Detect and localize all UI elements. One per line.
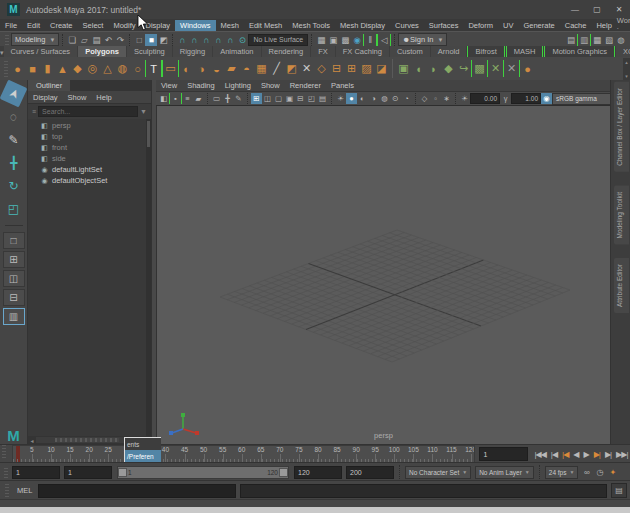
sidebar-tab-channel-box-layer-editor[interactable]: Channel Box / Layer Editor <box>614 82 629 172</box>
move-tool[interactable]: ╋ <box>3 152 24 173</box>
ipr-render-icon[interactable]: ▣ <box>327 34 339 46</box>
snap-view-plane-icon[interactable]: ∩ <box>224 34 236 46</box>
menu-mesh-tools[interactable]: Mesh Tools <box>287 20 335 31</box>
step-back-key-button[interactable]: |◀ <box>560 450 571 459</box>
popup-menu-item[interactable]: ents <box>125 438 161 450</box>
disable-tools-icon[interactable]: ✕ <box>503 60 520 77</box>
scroll-down-icon[interactable]: ▾ <box>625 73 628 79</box>
four-pane-layout[interactable]: ⊞ <box>3 251 25 268</box>
reduce-icon[interactable]: ⊟ <box>329 60 344 77</box>
menu-edit[interactable]: Edit <box>22 20 45 31</box>
platonic-solid-icon[interactable]: ◇ <box>314 60 329 77</box>
channel-box-toggle-icon[interactable]: ▦ <box>591 34 603 46</box>
outliner-tab[interactable]: Outliner <box>28 80 70 91</box>
menu-modify[interactable]: Modify <box>108 20 140 31</box>
scale-tool[interactable]: ◰ <box>3 198 24 219</box>
shelf-tab-curves-surfaces[interactable]: Curves / Surfaces <box>4 46 78 57</box>
redo-icon[interactable]: ↷ <box>114 34 126 46</box>
snap-grid-icon[interactable]: ∩ <box>176 34 188 46</box>
scrollbar-thumb[interactable] <box>55 438 119 442</box>
playback-start-field[interactable]: 1 <box>64 466 112 479</box>
field-chart-icon[interactable]: ⊙ <box>390 93 401 104</box>
motion-blur-icon[interactable]: ▤ <box>317 93 328 104</box>
anim-prefs-clock-icon[interactable]: ◷ <box>593 466 606 478</box>
exposure-field[interactable]: 0.00 <box>470 93 500 104</box>
snap-point-icon[interactable]: ∩ <box>200 34 212 46</box>
menu-surfaces[interactable]: Surfaces <box>424 20 464 31</box>
fps-menu[interactable]: 24 fps▼ <box>545 466 579 479</box>
boolean-union-icon[interactable]: ◒ <box>209 60 224 77</box>
symmetry-icon[interactable]: ▩ <box>471 60 488 77</box>
auto-key-icon[interactable]: ✦ <box>606 466 619 478</box>
lighting-icon[interactable]: ☀ <box>335 93 346 104</box>
attribute-editor-toggle-icon[interactable]: ▤ <box>565 34 577 46</box>
render-view-icon[interactable]: ▦ <box>315 34 327 46</box>
viewport-menu-renderer[interactable]: Renderer <box>285 81 326 90</box>
anim-layer-menu[interactable]: No Anim Layer▼ <box>475 466 534 479</box>
type-tool-icon[interactable]: T <box>145 60 162 77</box>
mode-selector-dropdown[interactable]: Modeling▼ <box>11 33 59 46</box>
shelf-tab-rendering[interactable]: Rendering <box>262 46 311 57</box>
shelf-tab-fx[interactable]: FX <box>311 46 335 57</box>
menu-edit-mesh[interactable]: Edit Mesh <box>244 20 287 31</box>
color-management-icon[interactable]: ◉ <box>541 93 552 104</box>
two-d-pan-zoom-icon[interactable]: ╋ <box>222 93 233 104</box>
new-scene-icon[interactable]: ❏ <box>66 34 78 46</box>
step-back-frame-button[interactable]: |◀ <box>548 450 559 459</box>
outliner-item-side[interactable]: ◧side <box>28 153 151 164</box>
menu-uv[interactable]: UV <box>498 20 518 31</box>
select-hierarchy-icon[interactable]: □ <box>133 34 145 46</box>
sculpt-icon[interactable]: ◗ <box>426 60 441 77</box>
poly-cylinder-icon[interactable]: ▮ <box>40 60 55 77</box>
select-camera-icon[interactable]: ◧ <box>158 93 169 104</box>
shelf-tab-motion-graphics[interactable]: Motion Graphics <box>544 46 615 57</box>
select-object-icon[interactable]: ■ <box>145 34 157 46</box>
menu-file[interactable]: File <box>0 20 22 31</box>
viewport-menu-view[interactable]: View <box>156 81 182 90</box>
outliner-item-persp[interactable]: ◧persp <box>28 120 151 131</box>
edit-pivot-icon[interactable]: ⊞ <box>344 60 359 77</box>
exposure-icon[interactable]: ☀ <box>459 93 470 104</box>
popup-menu-item[interactable]: /Preferen <box>125 450 161 462</box>
go-to-end-button[interactable]: ▶▶| <box>614 450 630 459</box>
play-backwards-button[interactable]: ◀ <box>571 450 581 459</box>
tool-settings-toggle-icon[interactable]: ▥ <box>577 34 591 46</box>
separate-icon[interactable]: ◑ <box>194 60 209 77</box>
target-weld-icon[interactable]: ✕ <box>488 60 503 77</box>
subdivide-icon[interactable]: ◖ <box>411 60 426 77</box>
poly-cube-icon[interactable]: ■ <box>25 60 40 77</box>
quad-draw-icon[interactable]: ◩ <box>284 60 299 77</box>
two-pane-stacked-layout[interactable]: ⊟ <box>3 289 25 306</box>
crease-icon[interactable]: ◆ <box>441 60 456 77</box>
command-input[interactable] <box>38 484 236 498</box>
isolate-icon[interactable]: ◍ <box>379 93 390 104</box>
workspace-settings-icon[interactable]: ◍ <box>615 34 627 46</box>
textured-icon[interactable]: ▢ <box>273 93 284 104</box>
current-frame-field[interactable]: 1 <box>479 447 528 461</box>
viewport-menu-panels[interactable]: Panels <box>326 81 359 90</box>
save-scene-icon[interactable]: ▤ <box>90 34 102 46</box>
drag-handle[interactable] <box>4 60 8 76</box>
open-scene-icon[interactable]: ▱ <box>78 34 90 46</box>
step-forward-frame-button[interactable]: ▶| <box>602 450 613 459</box>
undo-icon[interactable]: ↶ <box>102 34 114 46</box>
duplicate-face-icon[interactable]: ◓ <box>239 60 254 77</box>
grease-pencil-icon[interactable]: ✎ <box>233 93 244 104</box>
resolution-gate-icon[interactable]: ◔ <box>401 93 412 104</box>
shelf-tab-sculpting[interactable]: Sculpting <box>127 46 172 57</box>
gamma-icon[interactable]: γ <box>500 93 511 104</box>
knife-icon[interactable]: ╱ <box>269 60 284 77</box>
search-input[interactable] <box>38 106 138 117</box>
poly-torus-icon[interactable]: ◎ <box>85 60 100 77</box>
step-forward-key-button[interactable]: ▶| <box>591 450 602 459</box>
use-all-lights-icon[interactable]: ▣ <box>284 93 295 104</box>
menu-mesh[interactable]: Mesh <box>216 20 244 31</box>
shelf-tab-xgen[interactable]: XGen <box>616 46 630 57</box>
shadows-icon[interactable]: ⊟ <box>295 93 306 104</box>
select-tool[interactable]: ➤ <box>0 80 27 108</box>
scroll-up-icon[interactable]: ▴ <box>625 59 628 65</box>
menu-deform[interactable]: Deform <box>463 20 498 31</box>
shelf-tab-rigging[interactable]: Rigging <box>173 46 212 57</box>
select-component-icon[interactable]: ◩ <box>157 34 169 46</box>
group-separator[interactable] <box>129 34 130 46</box>
